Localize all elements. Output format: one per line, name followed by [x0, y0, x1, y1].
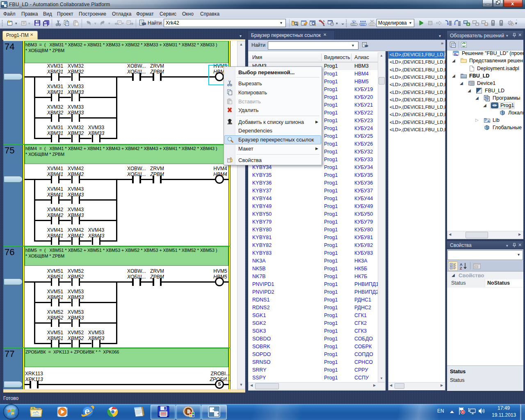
svg-text:Z: Z — [460, 266, 462, 270]
